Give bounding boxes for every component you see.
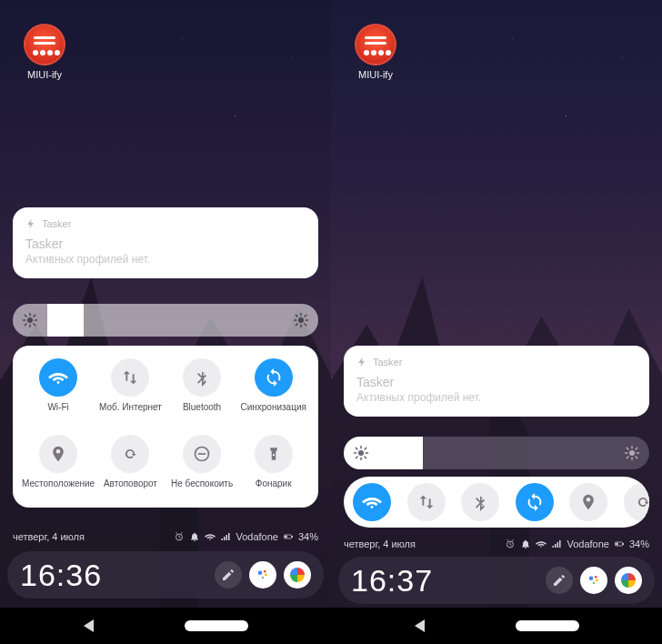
bell-status-icon bbox=[520, 538, 531, 549]
tile-flashlight[interactable]: Фонарик bbox=[237, 435, 309, 498]
qtile-location[interactable] bbox=[569, 483, 607, 521]
autorotate-icon bbox=[634, 493, 649, 511]
tile-dnd-label: Не беспокоить bbox=[171, 478, 233, 498]
quick-tiles-strip[interactable] bbox=[344, 477, 649, 528]
bluetooth-icon bbox=[471, 493, 489, 511]
launcher-app-miui-ify[interactable]: MIUI-ify bbox=[18, 24, 71, 80]
wifi-status-icon bbox=[205, 531, 216, 542]
notification-title: Tasker bbox=[356, 375, 637, 389]
assistant-icon bbox=[586, 572, 602, 589]
status-bar: четверг, 4 июля Vodafone 34% bbox=[344, 535, 649, 553]
location-icon bbox=[49, 445, 67, 463]
dnd-icon bbox=[193, 445, 211, 463]
nav-back-button[interactable] bbox=[84, 619, 94, 632]
brightness-low-icon bbox=[22, 312, 38, 328]
android-nav-bar bbox=[0, 608, 331, 644]
wifi-icon bbox=[48, 367, 68, 387]
status-battery: 34% bbox=[298, 531, 318, 542]
bottom-assist-bar: 16:36 bbox=[7, 551, 324, 599]
sync-icon bbox=[525, 492, 545, 512]
tile-mobile-data[interactable]: Моб. Интернет bbox=[95, 358, 166, 422]
notification-app-name: Tasker bbox=[42, 218, 71, 229]
qtile-bluetooth[interactable] bbox=[461, 483, 499, 521]
quick-tiles-grid: Wi-Fi Моб. Интернет Bluetooth Синхрониза… bbox=[22, 358, 309, 498]
notification-body: Активных профилей нет. bbox=[25, 253, 306, 266]
alarm-status-icon bbox=[174, 531, 185, 542]
bell-status-icon bbox=[189, 531, 200, 542]
tile-location-label: Местоположение bbox=[22, 478, 95, 498]
battery-status-icon bbox=[614, 538, 625, 549]
status-carrier: Vodafone bbox=[236, 531, 278, 542]
brightness-high-icon bbox=[293, 312, 309, 328]
tile-autorotate-label: Автоповорот bbox=[104, 478, 157, 498]
bluetooth-icon bbox=[193, 368, 211, 387]
notification-card[interactable]: Tasker Tasker Активных профилей нет. bbox=[344, 346, 649, 417]
tile-autorotate[interactable]: Автоповорот bbox=[95, 435, 166, 498]
google-apps-button[interactable] bbox=[615, 567, 642, 594]
tile-wifi[interactable]: Wi-Fi bbox=[22, 358, 95, 422]
wifi-icon bbox=[362, 492, 382, 512]
signal-status-icon bbox=[551, 538, 562, 549]
brightness-slider[interactable] bbox=[344, 437, 649, 469]
google-dots-icon bbox=[290, 568, 305, 582]
sync-icon bbox=[264, 367, 284, 387]
qtile-autorotate[interactable] bbox=[624, 483, 649, 521]
brightness-low-icon bbox=[353, 445, 369, 461]
nav-home-pill[interactable] bbox=[516, 620, 579, 631]
mobile-data-icon bbox=[416, 492, 436, 512]
brightness-fill bbox=[47, 304, 84, 337]
nav-home-pill[interactable] bbox=[185, 620, 248, 631]
assistant-button[interactable] bbox=[249, 561, 276, 589]
assistant-icon bbox=[255, 567, 271, 583]
phone-collapsed: MIUI-ify Tasker Tasker Активных профилей… bbox=[331, 0, 662, 644]
pencil-icon bbox=[221, 568, 236, 582]
nav-back-button[interactable] bbox=[415, 619, 425, 632]
status-date: четверг, 4 июля bbox=[13, 531, 85, 542]
tile-wifi-label: Wi-Fi bbox=[47, 402, 68, 422]
tile-flashlight-label: Фонарик bbox=[256, 478, 292, 498]
tasker-bolt-icon bbox=[356, 357, 367, 367]
edit-panel-button[interactable] bbox=[215, 561, 242, 589]
qtile-sync[interactable] bbox=[516, 483, 554, 521]
tile-sync[interactable]: Синхронизация bbox=[237, 358, 309, 422]
wifi-status-icon bbox=[536, 538, 547, 549]
status-battery: 34% bbox=[629, 538, 649, 549]
assistant-button[interactable] bbox=[580, 567, 607, 594]
tile-location[interactable]: Местоположение bbox=[22, 435, 95, 498]
qtile-mobile-data[interactable] bbox=[407, 483, 446, 521]
notification-card[interactable]: Tasker Tasker Активных профилей нет. bbox=[13, 207, 318, 278]
autorotate-icon bbox=[121, 445, 139, 463]
status-date: четверг, 4 июля bbox=[344, 538, 416, 549]
qtile-wifi[interactable] bbox=[353, 483, 391, 521]
tile-bluetooth-label: Bluetooth bbox=[183, 402, 221, 422]
android-nav-bar bbox=[331, 608, 662, 644]
tile-bluetooth[interactable]: Bluetooth bbox=[166, 358, 238, 422]
edit-panel-button[interactable] bbox=[546, 567, 573, 594]
status-carrier: Vodafone bbox=[567, 538, 609, 549]
brightness-fill bbox=[344, 437, 423, 469]
app-label: MIUI-ify bbox=[18, 69, 71, 80]
tile-mobile-data-label: Моб. Интернет bbox=[99, 402, 162, 422]
brightness-slider[interactable] bbox=[13, 304, 318, 337]
signal-status-icon bbox=[220, 531, 231, 542]
status-bar: четверг, 4 июля Vodafone 34% bbox=[13, 528, 318, 546]
notification-source: Tasker bbox=[356, 357, 637, 367]
google-dots-icon bbox=[621, 573, 636, 588]
phone-expanded: MIUI-ify Tasker Tasker Активных профилей… bbox=[0, 0, 331, 644]
bottom-assist-bar: 16:37 bbox=[338, 557, 655, 604]
tasker-bolt-icon bbox=[25, 218, 36, 229]
notification-title: Tasker bbox=[25, 236, 306, 251]
google-apps-button[interactable] bbox=[284, 561, 311, 589]
flashlight-icon bbox=[266, 446, 282, 462]
tile-dnd[interactable]: Не беспокоить bbox=[166, 435, 238, 498]
pencil-icon bbox=[552, 573, 567, 588]
brightness-high-icon bbox=[624, 445, 640, 461]
mobile-data-icon bbox=[120, 367, 140, 387]
notification-source: Tasker bbox=[25, 218, 306, 229]
battery-status-icon bbox=[283, 531, 294, 542]
notification-body: Активных профилей нет. bbox=[356, 391, 637, 404]
quick-tiles-panel: Wi-Fi Моб. Интернет Bluetooth Синхрониза… bbox=[13, 346, 318, 508]
app-label: MIUI-ify bbox=[349, 69, 402, 80]
alarm-status-icon bbox=[505, 538, 516, 549]
launcher-app-miui-ify[interactable]: MIUI-ify bbox=[349, 24, 402, 80]
